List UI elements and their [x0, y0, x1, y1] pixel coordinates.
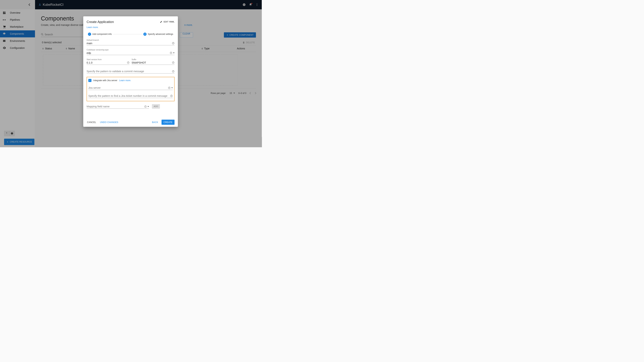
jira-learn-more-link[interactable]: Learn more.: [119, 79, 131, 82]
mapping-field-group: [86, 105, 149, 109]
dropdown-caret-icon: [148, 106, 149, 107]
jira-checkbox[interactable]: [88, 79, 92, 82]
default-branch-label: Default branch: [86, 39, 174, 41]
start-version-label: Start version from: [86, 58, 130, 61]
commit-pattern-field-group: [86, 70, 174, 73]
step-complete-icon: [88, 32, 91, 36]
svg-point-35: [169, 87, 170, 87]
pencil-icon: [160, 21, 162, 23]
undo-changes-button[interactable]: UNDO CHANGES: [100, 120, 119, 124]
step-1[interactable]: Add component info: [88, 32, 112, 36]
mapping-field-select[interactable]: [86, 105, 143, 108]
jira-ticket-pattern-field-group: [88, 94, 173, 98]
version-suffix-row: Start version from Suffix: [86, 58, 174, 65]
dropdown-caret-icon: [173, 52, 174, 53]
add-mapping-button[interactable]: ADD: [152, 104, 160, 109]
suffix-field-group: Suffix: [132, 58, 174, 65]
edit-yaml-button[interactable]: EDIT YAML: [160, 21, 174, 23]
dialog-title: Create Application: [86, 20, 114, 24]
form-body: Default branch Codebase versioning type …: [86, 39, 174, 109]
info-outline-icon[interactable]: [168, 86, 171, 89]
versioning-label: Codebase versioning type: [86, 49, 174, 51]
dialog-footer: CANCEL UNDO CHANGES BACK CREATE: [86, 120, 174, 125]
jira-integration-section: Integrate with Jira server Learn more.: [86, 77, 174, 101]
default-branch-input[interactable]: [86, 42, 171, 45]
info-outline-icon[interactable]: [172, 42, 174, 44]
step-2[interactable]: 2 Specify advanced settings: [143, 32, 173, 36]
svg-point-41: [145, 106, 146, 106]
info-outline-icon[interactable]: [127, 61, 130, 64]
stepper: Add component info 2 Specify advanced se…: [86, 32, 174, 36]
info-outline-icon[interactable]: [170, 95, 173, 97]
step-1-label: Add component info: [92, 33, 112, 35]
versioning-select[interactable]: [86, 51, 169, 54]
mapping-row: ADD: [86, 104, 174, 109]
back-button[interactable]: BACK: [152, 120, 158, 124]
dialog-header: Create Application EDIT YAML: [86, 20, 174, 24]
versioning-field-group: Codebase versioning type: [86, 49, 174, 55]
jira-checkbox-label: Integrate with Jira server: [94, 79, 118, 82]
suffix-input[interactable]: [132, 61, 171, 64]
jira-server-field-group: [88, 86, 173, 90]
start-version-input[interactable]: [86, 61, 126, 64]
step-2-label: Specify advanced settings: [148, 33, 173, 35]
info-outline-icon[interactable]: [144, 105, 147, 108]
commit-pattern-input[interactable]: [86, 70, 171, 73]
jira-server-select[interactable]: [88, 86, 167, 89]
cancel-button[interactable]: CANCEL: [86, 120, 97, 124]
svg-point-26: [128, 62, 128, 62]
create-application-dialog: Create Application EDIT YAML Learn more.…: [83, 16, 178, 127]
default-branch-field-group: Default branch: [86, 39, 174, 45]
svg-point-38: [171, 95, 172, 95]
svg-point-23: [171, 52, 171, 52]
info-outline-icon[interactable]: [170, 51, 172, 54]
jira-ticket-pattern-input[interactable]: [88, 94, 169, 97]
start-version-field-group: Start version from: [86, 58, 130, 65]
dialog-learn-more-link[interactable]: Learn more.: [86, 26, 98, 28]
create-button[interactable]: CREATE: [162, 120, 174, 125]
step-number-icon: 2: [143, 32, 146, 36]
jira-checkbox-row: Integrate with Jira server Learn more.: [88, 79, 173, 82]
info-outline-icon[interactable]: [172, 70, 174, 73]
dropdown-caret-icon: [171, 87, 173, 88]
suffix-label: Suffix: [132, 58, 174, 61]
info-outline-icon[interactable]: [172, 61, 174, 64]
